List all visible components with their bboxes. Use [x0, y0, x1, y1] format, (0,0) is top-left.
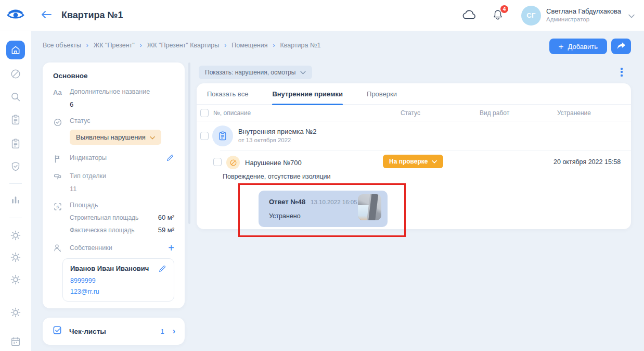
status-select[interactable]: Выявлены нарушения [70, 130, 161, 145]
field-status: Статус Выявлены нарушения [53, 117, 174, 145]
table-row[interactable]: Внутренняя приемка №2 от 13 октября 2022 [197, 121, 631, 151]
sidebar-divider [9, 183, 22, 184]
column-header: Устранение [557, 109, 631, 117]
kebab-dot [621, 74, 623, 77]
tab-show-all[interactable]: Показать все [207, 83, 248, 105]
sidebar [0, 31, 31, 351]
breadcrumb-item-current: Квартира №1 [280, 42, 320, 49]
breadcrumb-item[interactable]: Все объекты [43, 42, 81, 49]
area-row-label: Строительная площадь [70, 214, 138, 221]
circle-slash-icon [10, 68, 21, 80]
column-header: Вид работ [480, 109, 557, 117]
answer-photo-thumbnail[interactable] [358, 194, 381, 220]
field-owners: Собственники + [53, 243, 174, 253]
field-label: Собственники [70, 244, 112, 252]
owner-name: Иванов Иван Иванович [70, 265, 153, 273]
plus-icon: + [559, 42, 564, 51]
breadcrumb-item[interactable]: ЖК "Презент" [94, 42, 135, 49]
flag-icon [53, 154, 70, 164]
inspection-clipboard-icon [212, 126, 233, 146]
area-row: Фактическая площадь 59 м² [70, 226, 174, 234]
sidebar-item-warranty[interactable] [10, 161, 21, 172]
add-owner-button[interactable]: + [168, 243, 174, 253]
sidebar-item-home[interactable] [6, 41, 25, 59]
sidebar-item-settings-users[interactable] [10, 252, 21, 263]
area-row-value: 60 м² [158, 214, 174, 221]
field-area: S Площадь Строительная площадь 60 м² Фак… [53, 202, 174, 234]
answer-title: Ответ №48 [269, 198, 305, 206]
violation-status-dropdown[interactable]: На проверке [383, 155, 443, 168]
column-header: №, описание [213, 109, 401, 117]
sidebar-item-violations[interactable] [10, 68, 21, 80]
user-name: Светлана Габдулхакова [546, 7, 621, 16]
page-content: Все объекты › ЖК "Презент" › ЖК "Презент… [31, 31, 644, 351]
gear-download-icon [10, 307, 21, 318]
chevron-down-icon [150, 133, 155, 141]
pencil-icon [166, 154, 174, 162]
notification-count-badge: 4 [500, 5, 508, 13]
checklists-count: 1 [160, 328, 164, 335]
column-header: Статус [401, 109, 480, 117]
violation-title: Нарушение №700 [245, 159, 302, 167]
pencil-icon [158, 265, 166, 273]
area-row-label: Фактическая площадь [70, 227, 134, 234]
sidebar-item-settings-sync[interactable] [10, 274, 21, 285]
notifications-button[interactable]: 4 [490, 7, 506, 24]
tab-internal-acceptances[interactable]: Внутренние приемки [272, 83, 343, 105]
filter-dropdown[interactable]: Показать: нарушения, осмотры [199, 66, 312, 79]
back-button[interactable] [38, 8, 54, 23]
breadcrumb-item[interactable]: ЖК "Презент" Квартиры [147, 42, 219, 49]
scrollbar[interactable] [188, 62, 190, 224]
home-icon [10, 45, 21, 55]
select-all-checkbox[interactable] [200, 109, 209, 117]
owner-phone-link[interactable]: 8999999 [70, 277, 166, 284]
sidebar-item-settings-export[interactable] [10, 307, 21, 318]
app-logo[interactable] [0, 9, 31, 22]
inspection-title: Внутренняя приемка №2 [238, 128, 317, 135]
tab-checks[interactable]: Проверки [367, 83, 397, 105]
circle-check-icon [53, 117, 70, 127]
violation-description: Повреждение, отсутствие изоляции [223, 173, 331, 180]
share-arrow-icon [616, 42, 626, 52]
field-label: Дополнительное название [70, 88, 174, 95]
edit-indicators-button[interactable] [166, 154, 174, 162]
edit-owner-button[interactable] [158, 265, 166, 273]
breadcrumb-chevron-icon: › [140, 42, 142, 49]
sidebar-item-calendar[interactable] [10, 336, 21, 347]
sidebar-item-search[interactable] [10, 91, 21, 103]
breadcrumb-chevron-icon: › [86, 42, 88, 49]
avatar[interactable]: СГ [521, 6, 541, 26]
breadcrumb-item[interactable]: Помещения [231, 42, 267, 49]
owner-email-link[interactable]: 123@rr.ru [70, 288, 166, 295]
area-row-value: 59 м² [158, 226, 174, 234]
checklists-card[interactable]: Чек-листы 1 › [43, 318, 185, 345]
table-header-row: №, описание Статус Вид работ Устранение [197, 105, 631, 121]
add-button[interactable]: + Добавить [549, 39, 607, 54]
user-role: Администратор [546, 16, 621, 23]
field-additional-name: Аа Дополнительное название 6 [53, 88, 174, 108]
chevron-down-icon [300, 69, 306, 76]
inspection-date: от 13 октября 2022 [238, 137, 291, 143]
more-options-button[interactable] [616, 65, 627, 79]
info-panel: Основное Аа Дополнительное название 6 Ст… [43, 62, 185, 308]
field-value: 6 [70, 101, 174, 108]
field-label: Площадь [70, 202, 174, 209]
tab-bar: Показать все Внутренние приемки Проверки [197, 83, 631, 105]
sidebar-item-settings-checks[interactable] [10, 230, 21, 241]
user-menu-chevron-icon[interactable] [628, 11, 635, 20]
inspections-panel: Показать все Внутренние приемки Проверки… [197, 83, 631, 229]
gear-check-icon [10, 230, 21, 241]
sidebar-item-inspections[interactable] [10, 138, 21, 149]
violation-circle-slash-icon [226, 156, 240, 169]
sidebar-item-acceptances[interactable] [10, 114, 21, 126]
shield-check-icon [10, 161, 21, 172]
answer-card[interactable]: Ответ №48 13.10.2022 16:05 Устранено [259, 191, 388, 227]
cloud-sync-button[interactable] [460, 7, 479, 23]
breadcrumb: Все объекты › ЖК "Презент" › ЖК "Презент… [43, 42, 320, 49]
share-button[interactable] [611, 39, 631, 54]
table-row[interactable]: Нарушение №700 На проверке 20 октября 20… [197, 151, 631, 174]
gear-user-icon [10, 252, 21, 263]
row-checkbox[interactable] [213, 158, 222, 166]
row-checkbox[interactable] [200, 132, 209, 140]
sidebar-item-analytics[interactable] [10, 194, 21, 206]
